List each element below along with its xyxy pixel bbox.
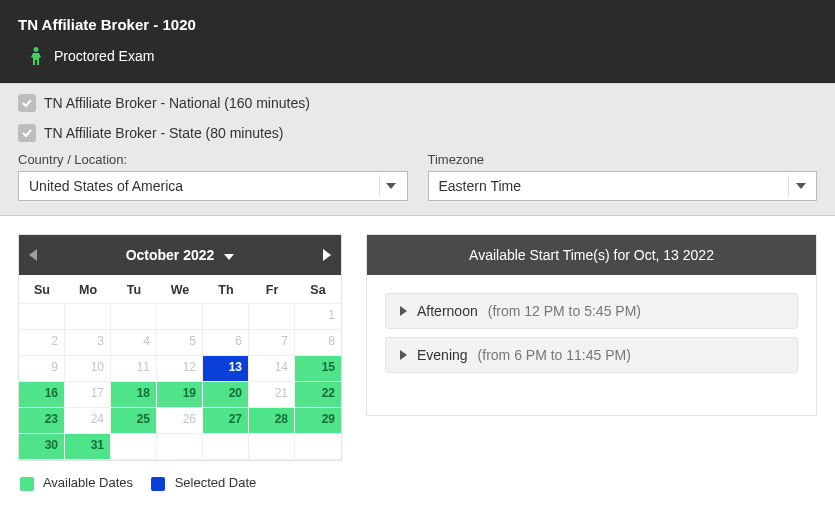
calendar-day-cell	[65, 304, 111, 330]
calendar-day-number: 31	[91, 438, 104, 452]
calendar-day-cell	[111, 434, 157, 460]
calendar-day-cell: 3	[65, 330, 111, 356]
calendar-month-select[interactable]: October 2022	[126, 247, 235, 263]
timezone-select[interactable]: Eastern Time	[428, 171, 818, 201]
time-slot-label: Evening	[417, 347, 468, 363]
calendar-day-of-week: We	[157, 275, 203, 304]
calendar-day-number: 21	[275, 386, 288, 400]
page-header: TN Affiliate Broker - 1020 Proctored Exa…	[0, 0, 835, 83]
calendar-next-button[interactable]	[323, 249, 331, 261]
config-panel: TN Affiliate Broker - National (160 minu…	[0, 83, 835, 216]
times-body: Afternoon (from 12 PM to 5:45 PM)Evening…	[367, 275, 816, 415]
calendar-day-number: 13	[229, 360, 242, 374]
calendar-day-number: 14	[275, 360, 288, 374]
times-panel: Available Start Time(s) for Oct, 13 2022…	[366, 234, 817, 416]
timezone-column: Timezone Eastern Time	[428, 152, 818, 201]
calendar-day-number: 3	[97, 334, 104, 348]
calendar-day-number: 30	[45, 438, 58, 452]
timezone-label: Timezone	[428, 152, 818, 167]
chevron-down-icon	[379, 175, 403, 197]
calendar-day-cell[interactable]: 27	[203, 408, 249, 434]
country-column: Country / Location: United States of Ame…	[18, 152, 408, 201]
exam-part-row: TN Affiliate Broker - State (80 minutes)	[0, 114, 835, 144]
calendar-day-cell[interactable]: 29	[295, 408, 341, 434]
calendar-day-number: 4	[143, 334, 150, 348]
swatch-selected-icon	[151, 477, 165, 491]
calendar-day-cell: 2	[19, 330, 65, 356]
calendar-day-cell: 17	[65, 382, 111, 408]
calendar-column: October 2022 SuMoTuWeThFrSa1234567891011…	[18, 234, 342, 495]
calendar-day-number: 28	[275, 412, 288, 426]
calendar-day-cell	[203, 434, 249, 460]
time-slot-range: (from 6 PM to 11:45 PM)	[478, 347, 631, 363]
calendar-day-cell	[295, 434, 341, 460]
calendar-day-number: 15	[322, 360, 335, 374]
chevron-down-icon	[224, 247, 234, 263]
calendar-day-cell[interactable]: 25	[111, 408, 157, 434]
calendar-day-number: 1	[328, 308, 335, 322]
chevron-down-icon	[788, 175, 812, 197]
calendar-day-cell[interactable]: 15	[295, 356, 341, 382]
checkbox-icon	[18, 124, 36, 142]
times-header: Available Start Time(s) for Oct, 13 2022	[367, 235, 816, 275]
calendar-day-number: 23	[45, 412, 58, 426]
time-slot-range: (from 12 PM to 5:45 PM)	[488, 303, 641, 319]
calendar-day-number: 7	[281, 334, 288, 348]
calendar-day-of-week: Th	[203, 275, 249, 304]
calendar: October 2022 SuMoTuWeThFrSa1234567891011…	[18, 234, 342, 461]
calendar-day-cell	[249, 434, 295, 460]
calendar-day-cell: 24	[65, 408, 111, 434]
times-column: Available Start Time(s) for Oct, 13 2022…	[366, 234, 817, 495]
calendar-day-cell: 4	[111, 330, 157, 356]
calendar-day-number: 19	[183, 386, 196, 400]
calendar-day-number: 22	[322, 386, 335, 400]
calendar-day-cell[interactable]: 22	[295, 382, 341, 408]
chevron-right-icon	[400, 303, 407, 319]
exam-subtitle: Proctored Exam	[54, 48, 154, 64]
exam-part-row: TN Affiliate Broker - National (160 minu…	[0, 84, 835, 114]
checkbox-icon	[18, 94, 36, 112]
calendar-day-number: 10	[91, 360, 104, 374]
calendar-day-cell[interactable]: 13	[203, 356, 249, 382]
calendar-day-cell[interactable]: 31	[65, 434, 111, 460]
exam-title: TN Affiliate Broker - 1020	[18, 16, 817, 33]
calendar-day-number: 16	[45, 386, 58, 400]
calendar-day-cell[interactable]: 20	[203, 382, 249, 408]
calendar-day-number: 5	[189, 334, 196, 348]
calendar-day-cell: 12	[157, 356, 203, 382]
calendar-day-cell: 11	[111, 356, 157, 382]
calendar-day-of-week: Su	[19, 275, 65, 304]
calendar-day-cell: 10	[65, 356, 111, 382]
calendar-day-cell[interactable]: 16	[19, 382, 65, 408]
calendar-day-number: 27	[229, 412, 242, 426]
legend-selected: Selected Date	[151, 475, 256, 491]
time-slot[interactable]: Evening (from 6 PM to 11:45 PM)	[385, 337, 798, 373]
calendar-day-cell[interactable]: 23	[19, 408, 65, 434]
country-select[interactable]: United States of America	[18, 171, 408, 201]
calendar-day-of-week: Fr	[249, 275, 295, 304]
calendar-day-cell	[19, 304, 65, 330]
calendar-day-cell: 8	[295, 330, 341, 356]
calendar-day-number: 9	[51, 360, 58, 374]
calendar-header: October 2022	[19, 235, 341, 275]
legend-available: Available Dates	[20, 475, 133, 491]
calendar-day-cell: 7	[249, 330, 295, 356]
calendar-day-cell: 1	[295, 304, 341, 330]
calendar-day-cell[interactable]: 28	[249, 408, 295, 434]
calendar-prev-button[interactable]	[29, 249, 37, 261]
calendar-day-cell: 26	[157, 408, 203, 434]
calendar-day-cell	[157, 434, 203, 460]
calendar-day-cell[interactable]: 19	[157, 382, 203, 408]
calendar-day-cell[interactable]: 18	[111, 382, 157, 408]
calendar-day-number: 8	[328, 334, 335, 348]
exam-part-label: TN Affiliate Broker - National (160 minu…	[44, 95, 310, 111]
calendar-grid: SuMoTuWeThFrSa12345678910111213141516171…	[19, 275, 341, 460]
calendar-day-number: 20	[229, 386, 242, 400]
calendar-day-cell[interactable]: 30	[19, 434, 65, 460]
time-slot[interactable]: Afternoon (from 12 PM to 5:45 PM)	[385, 293, 798, 329]
calendar-day-of-week: Tu	[111, 275, 157, 304]
time-slot-label: Afternoon	[417, 303, 478, 319]
country-label: Country / Location:	[18, 152, 408, 167]
calendar-day-of-week: Sa	[295, 275, 341, 304]
exam-part-label: TN Affiliate Broker - State (80 minutes)	[44, 125, 283, 141]
